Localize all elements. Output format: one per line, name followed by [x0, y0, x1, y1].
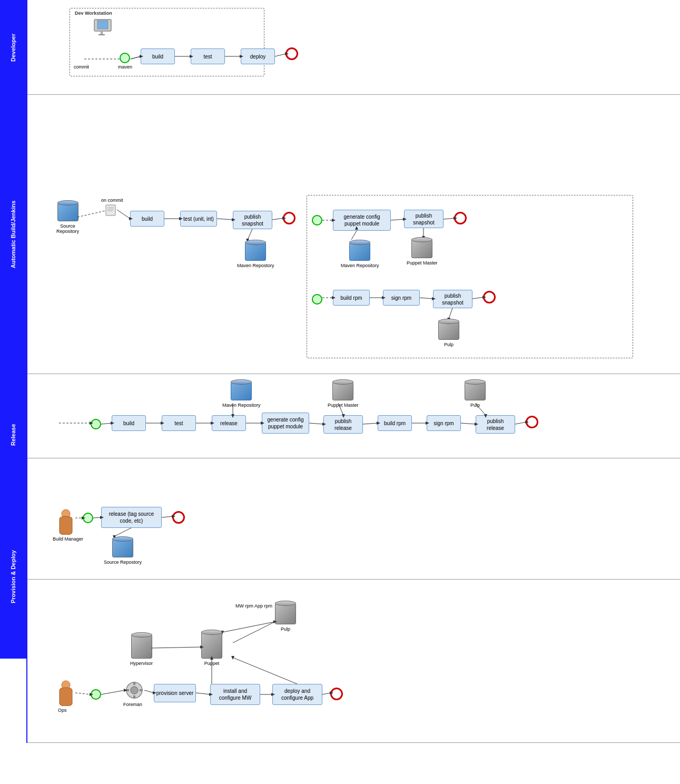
on-commit-label: on commit	[101, 198, 123, 203]
auto-end-event3	[483, 291, 496, 303]
ops-person	[56, 680, 75, 707]
test-box: test	[191, 48, 225, 64]
auto-build-box: build	[130, 211, 164, 227]
lane-provision: Ops Foreman Hypervisor	[27, 580, 680, 743]
svg-rect-89	[126, 689, 129, 691]
build-box: build	[141, 48, 175, 64]
release-start	[83, 513, 93, 523]
lane-label-auto: Automatic Build/Jenkins	[0, 95, 26, 374]
hypervisor-cyl: Hypervisor	[130, 632, 153, 666]
svg-point-86	[131, 687, 138, 694]
svg-rect-14	[106, 205, 115, 215]
bm-generate-config: generate config puppet module	[262, 413, 309, 434]
developer-end-event	[285, 47, 298, 60]
svg-line-111	[222, 622, 275, 632]
bm-publish-release2: publish release	[476, 415, 515, 434]
svg-line-91	[75, 693, 91, 694]
lane-labels: Developer Automatic Build/Jenkins Releas…	[0, 0, 27, 743]
svg-line-65	[363, 423, 378, 424]
bm-publish-release: publish release	[323, 415, 363, 434]
source-repo-cylinder: SourceRepository	[56, 200, 79, 234]
provision-pulp-cyl: Pulp	[275, 601, 296, 632]
svg-rect-2	[101, 31, 103, 34]
install-configure-box: install and configure MW	[210, 684, 260, 705]
build-manager-label: Build Manager	[53, 536, 83, 542]
deploy-configure-box: deploy and configure App	[272, 684, 322, 705]
svg-rect-1	[97, 21, 108, 29]
bm-end-event	[526, 416, 538, 428]
svg-line-80	[162, 516, 173, 517]
svg-line-109	[233, 658, 297, 684]
release-end-event	[172, 511, 185, 524]
auto-end-event1	[283, 212, 295, 224]
svg-line-27	[248, 229, 252, 240]
build-rpm-box: build rpm	[333, 290, 370, 306]
svg-line-82	[114, 528, 131, 536]
foreman-label: Foreman	[123, 702, 142, 707]
svg-line-73	[515, 422, 526, 424]
puppet-cyl: Puppet	[201, 630, 222, 666]
svg-line-69	[461, 423, 476, 424]
bm-release-box: release	[212, 415, 246, 431]
publish-snapshot2-box: publish snapshot	[404, 210, 444, 228]
bm-start	[91, 419, 101, 429]
auto-maven-repo-cylinder: Maven Repostory	[237, 240, 274, 268]
auto-test-box: test (unit, int)	[180, 211, 217, 227]
provision-start	[91, 689, 101, 700]
svg-line-78	[93, 517, 101, 518]
provision-server-box: provision server	[154, 684, 196, 702]
commit-label: commit	[74, 64, 89, 70]
mw-rpm-label: MW rpm App rpm	[235, 603, 272, 609]
auto-start2	[312, 215, 322, 226]
svg-line-18	[77, 211, 105, 217]
svg-marker-110	[231, 656, 234, 660]
svg-rect-3	[98, 34, 105, 35]
workstation-title: Dev Workstation	[75, 11, 112, 16]
bm-maven-repo: Maven Repository	[222, 379, 261, 408]
release-box: release (tag source code, etc)	[101, 507, 162, 528]
bm-pulp: Pulp	[465, 379, 486, 408]
lane-label-developer: Developer	[0, 0, 26, 95]
foreman-gear	[125, 681, 144, 701]
auto-end-event2	[454, 212, 467, 224]
auto-start3	[312, 294, 322, 305]
provision-arrows	[27, 580, 680, 742]
lane-release: Build Manager release (tag source code, …	[27, 458, 680, 580]
svg-line-105	[233, 622, 275, 643]
publish-snapshot3-box: publish snapshot	[433, 290, 472, 308]
svg-rect-87	[133, 682, 135, 685]
svg-line-23	[217, 219, 233, 220]
pulp-cyl: Pulp	[438, 319, 459, 347]
svg-line-93	[101, 690, 125, 694]
lane-developer: Dev Workstation maven commit build	[27, 0, 680, 95]
lane-build-manager: Maven Repository Puppet Master Pulp buil…	[27, 374, 680, 458]
lane-auto-build: SourceRepository on commit build test (u…	[27, 95, 680, 374]
svg-line-97	[196, 693, 210, 694]
build-manager-person	[56, 508, 75, 536]
svg-rect-88	[133, 695, 135, 699]
computer-icon	[93, 18, 114, 40]
svg-line-101	[322, 693, 331, 694]
sign-rpm-box: sign rpm	[383, 290, 420, 306]
ops-label: Ops	[58, 708, 67, 713]
maven-label: maven	[118, 64, 132, 70]
maven-start	[120, 53, 130, 63]
maven-repo2: Maven Repository	[341, 240, 379, 268]
svg-line-12	[275, 54, 286, 56]
bm-build-rpm: build rpm	[378, 415, 412, 431]
commit-doc-icon	[105, 204, 117, 217]
svg-rect-90	[140, 689, 143, 691]
svg-line-19	[117, 210, 130, 219]
provision-end-event	[330, 688, 343, 700]
publish-snapshot-box: publish snapshot	[233, 211, 272, 229]
bm-sign-rpm: sign rpm	[427, 415, 461, 431]
bm-puppet-master: Puppet Master	[328, 379, 359, 408]
svg-line-61	[309, 423, 323, 424]
svg-line-95	[144, 690, 154, 693]
lane-label-provision: Provision & Deploy	[0, 495, 26, 659]
puppet-master-cyl: Puppet Master	[407, 237, 438, 266]
svg-line-25	[272, 218, 283, 220]
lane-label-release: Release	[0, 374, 26, 495]
lane-content: Dev Workstation maven commit build	[27, 0, 680, 743]
release-source-repo: Source Repostory	[104, 536, 142, 565]
